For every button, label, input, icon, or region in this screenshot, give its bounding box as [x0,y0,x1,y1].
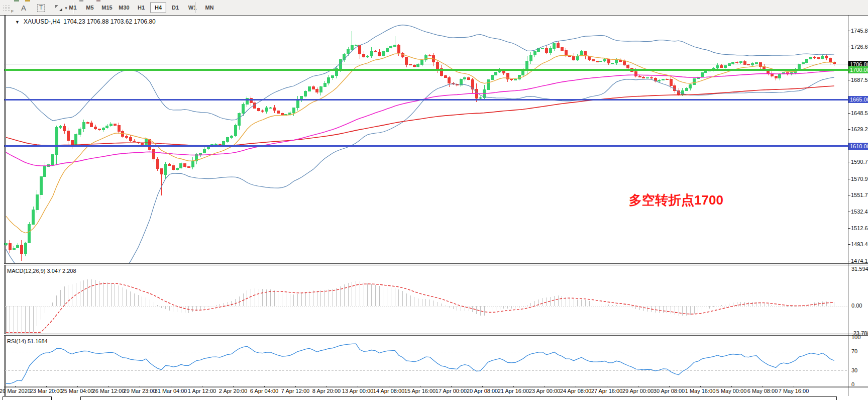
time-label: 6 May 08:00 [747,388,778,394]
candle-body [662,79,665,80]
candle-body [230,136,233,138]
candle-body [102,128,104,130]
time-label: 25 Mar 04:00 [61,388,94,394]
ema-slow-line [6,71,834,166]
candle-body [141,143,143,144]
candle-body [227,137,229,141]
candle-body [514,79,516,80]
price-tick-mark [848,212,850,212]
candle-body [576,56,579,60]
candle-body [17,245,19,248]
candle-body [254,103,256,108]
candle-body [366,56,369,57]
timeframe-button-H4[interactable]: H4 [150,2,166,13]
macd-panel-canvas[interactable] [5,265,848,334]
main-chart-canvas[interactable] [5,15,848,264]
price-tick-label: 1726.60 [851,44,868,50]
candle-body [238,113,241,126]
candle-body [242,105,245,114]
time-tick-mark [140,386,140,387]
chart-symbol: XAUUSD-,H4 [24,18,60,25]
price-tick-mark [848,162,850,162]
toolbar: F A T ▾ M1M5M15M30H1H4D1W1MN [0,0,868,15]
time-tick-mark [389,386,389,387]
candle-body [296,101,299,108]
time-label: 23 Mar 20:00 [30,388,63,394]
candle-body [561,48,563,51]
timeframe-button-M30[interactable]: M30 [116,2,132,13]
symbol-collapse-icon[interactable]: ▼ [15,20,20,25]
price-tick-label: 1474.15 [851,258,868,264]
candle-body [347,49,350,54]
candle-body [716,65,719,68]
bottom-window-edge-right[interactable] [80,396,837,400]
time-tick-mark [482,386,483,387]
candle-body [118,126,120,132]
candle-body [806,59,808,62]
candle-body [63,126,66,131]
candle-body [28,224,31,243]
candle-body [526,61,528,70]
macd-label: MACD(12,26,9) 3.047 2.208 [7,268,76,274]
candle-body [312,87,314,89]
crosshair-grid-icon[interactable]: F [3,5,11,12]
rsi-panel-canvas[interactable] [5,336,848,386]
time-tick-mark [15,386,16,387]
candle-body [184,163,186,167]
time-label: 6 Apr 04:00 [250,388,278,394]
candle-body [281,113,283,115]
time-tick-mark [202,386,202,387]
candle-body [829,58,831,62]
bottom-window-edge-left[interactable] [3,396,52,400]
candle-body [650,78,653,78]
rsi-label: RSI(14) 51.1684 [7,338,48,344]
timeframe-button-W1[interactable]: W1 [184,2,200,13]
bollinger-upper-band [6,25,834,121]
time-tick-mark [420,386,420,387]
clipped-toolbar-icon [25,0,30,2]
candle-body [304,91,307,96]
timeframe-button-M5[interactable]: M5 [82,2,98,13]
time-label: 7 May 16:00 [779,388,809,394]
candle-body [156,159,159,169]
candle-body [604,60,606,61]
candle-body [82,123,85,129]
candle-body [533,52,536,55]
candle-body [553,43,556,48]
candle-body [133,141,136,142]
price-tick-label: 1648.50 [851,110,868,116]
candle-body [106,126,108,128]
candle-body [724,66,726,68]
price-tick-label: 1551.70 [851,192,868,198]
time-tick-mark [545,386,545,387]
candle-body [417,64,419,66]
candle-body [627,65,629,68]
candle-body [495,72,497,75]
timeframe-button-D1[interactable]: D1 [167,2,183,13]
timeframe-button-MN[interactable]: MN [201,2,218,13]
candle-body [359,45,361,54]
candle-body [755,63,757,64]
candle-body [428,55,431,56]
text-box-icon[interactable]: T [37,4,45,12]
candle-body [646,78,649,78]
annotation-text[interactable]: 多空转折点1700 [629,191,723,209]
timeframe-button-M1[interactable]: M1 [65,2,81,13]
candle-body [802,62,804,64]
price-axis[interactable]: 1745.851726.601687.551648.501629.251590.… [848,15,868,396]
candle-body [71,140,73,145]
timeframe-button-H1[interactable]: H1 [133,2,149,13]
price-tick-label: 1493.40 [851,241,868,247]
text-label-icon[interactable]: A [21,3,26,13]
candle-body [779,74,781,78]
candle-body [172,165,174,169]
time-axis[interactable]: 20 Mar 202023 Mar 20:0025 Mar 04:0026 Ma… [4,386,848,396]
candle-body [292,108,295,113]
hline-1610-badge: 1610.00 [848,143,868,150]
time-tick-mark [638,386,638,387]
candle-body [355,45,357,46]
time-label: 23 Apr 00:00 [529,388,560,394]
arrow-style-icon[interactable] [55,5,63,12]
timeframe-button-M15[interactable]: M15 [99,2,115,13]
candle-body [549,49,552,53]
